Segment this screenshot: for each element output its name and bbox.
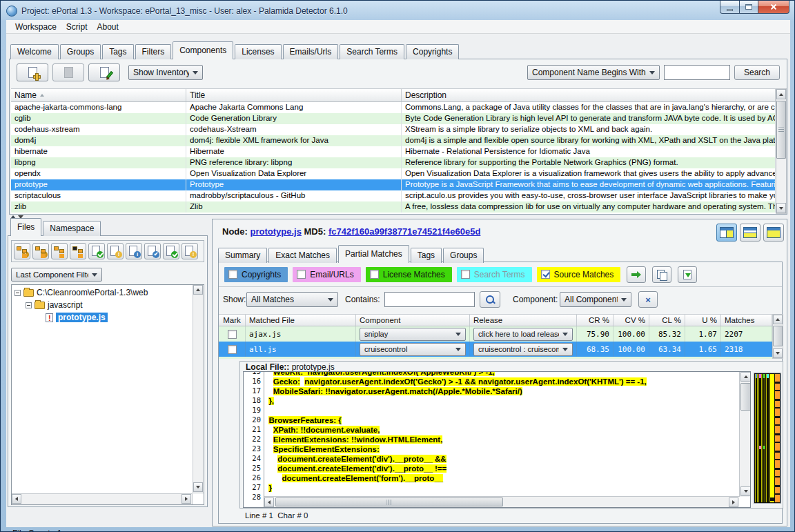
menu-about[interactable]: About — [92, 21, 124, 33]
column-header-description[interactable]: Description — [402, 89, 776, 101]
scroll-up-button[interactable] — [776, 89, 786, 99]
close-button[interactable] — [758, 1, 789, 14]
scroll-down-button[interactable] — [776, 203, 786, 213]
view-horizontal-button[interactable] — [740, 224, 760, 242]
column-header-title[interactable]: Title — [186, 89, 402, 101]
scroll-thumb[interactable] — [776, 101, 786, 159]
tab-search-terms[interactable]: Search Terms — [340, 44, 404, 59]
search-mode-dropdown[interactable]: Component Name Begins With — [527, 65, 660, 80]
match-row-all-js[interactable]: all.jscruisecontrolcruisecontrol : cruis… — [219, 342, 783, 357]
component-filter-dropdown[interactable]: Last Component Filter — [11, 268, 102, 282]
filter-chip-source-matches[interactable]: Source Matches — [537, 267, 621, 282]
component-row-libpng[interactable]: libpngPNG reference library: libpngRefer… — [11, 157, 776, 168]
delete-component-button[interactable] — [52, 63, 84, 81]
component-row-apache-jakarta-commons-lang[interactable]: apache-jakarta-commons-langApache Jakart… — [11, 102, 776, 113]
menu-workspace[interactable]: Workspace — [10, 21, 61, 33]
import-matches-button[interactable] — [678, 266, 697, 283]
mark-checkbox[interactable] — [228, 330, 237, 339]
tree-horizontal-scrollbar[interactable] — [12, 493, 193, 504]
code-area[interactable]: 1516171819202122232425262728 WebKit: nav… — [243, 371, 751, 508]
components-table-scrollbar[interactable] — [776, 88, 787, 214]
scroll-down-button[interactable] — [740, 486, 751, 496]
flag-file-button[interactable]: ! — [181, 243, 198, 259]
view-split-button[interactable] — [716, 224, 737, 242]
mark-checkbox[interactable] — [228, 345, 237, 354]
scroll-left-button[interactable] — [264, 497, 274, 507]
tab-welcome[interactable]: Welcome — [10, 44, 59, 59]
checkbox[interactable] — [297, 270, 306, 279]
column-header-release[interactable]: Release — [470, 315, 577, 326]
scroll-up-button[interactable] — [193, 285, 203, 295]
minimize-button[interactable] — [720, 1, 740, 14]
filter-chip-license-matches[interactable]: License Matches — [366, 267, 452, 282]
tab-namespace[interactable]: Namespace — [43, 221, 101, 236]
md5-value-link[interactable]: fc742f160a99f38771e74521f4e60e5d — [328, 226, 480, 237]
add-component-button[interactable] — [17, 63, 48, 81]
column-header-cl[interactable]: CL % — [649, 315, 685, 326]
tab-copyrights[interactable]: Copyrights — [406, 44, 459, 59]
component-row-scriptaculous[interactable]: scriptaculousmadrobby/scriptaculous - Gi… — [11, 190, 776, 201]
component-row-codehaus-xstream[interactable]: codehaus-xstreamcodehaus-XstreamXStream … — [11, 124, 776, 135]
match-search-button[interactable] — [480, 291, 500, 308]
maximize-button[interactable] — [740, 1, 758, 14]
tab-exact-matches[interactable]: Exact Matches — [268, 248, 337, 263]
column-header-cr[interactable]: CR % — [577, 315, 614, 326]
tree-item-prototype-js[interactable]: prototype.js — [12, 311, 193, 324]
tab-partial-matches[interactable]: Partial Matches — [338, 245, 409, 263]
show-dropdown[interactable]: All Matches — [246, 292, 338, 307]
collapse-all-button[interactable]: − — [32, 243, 49, 259]
collapse-branch-button[interactable] — [70, 243, 86, 259]
component-row-hibernate[interactable]: hibernateHibernateHibernate - Relational… — [11, 146, 776, 157]
view-full-button[interactable] — [763, 224, 784, 242]
filter-chip-search-terms[interactable]: Search Terms — [457, 267, 532, 282]
filter-chip-email-urls[interactable]: Email/URLs — [293, 267, 360, 282]
checkbox[interactable] — [228, 270, 237, 279]
tab-emails-urls[interactable]: Emails/Urls — [283, 44, 339, 59]
expand-all-button[interactable]: + — [14, 243, 30, 259]
component-row-prototype[interactable]: prototypePrototypePrototype is a JavaScr… — [11, 179, 776, 190]
checkbox[interactable] — [370, 270, 379, 279]
component-row-dom4j[interactable]: dom4jdom4j: flexible XML framework for J… — [11, 135, 776, 146]
tab-components[interactable]: Components — [173, 41, 233, 59]
contains-input[interactable] — [384, 292, 475, 307]
export-matches-button[interactable] — [627, 266, 646, 283]
show-inventory-dropdown[interactable]: Show Inventory — [128, 65, 203, 80]
component-search-input[interactable] — [664, 65, 730, 80]
expand-branch-button[interactable] — [51, 243, 68, 259]
tab-files[interactable]: Files — [10, 218, 41, 236]
code-vertical-scrollbar[interactable] — [739, 372, 751, 497]
menu-script[interactable]: Script — [61, 21, 92, 33]
release-dropdown[interactable]: click here to load release ... — [473, 328, 573, 341]
column-header-u[interactable]: U % — [685, 315, 721, 326]
tree-item-javascript[interactable]: javascript — [12, 299, 193, 311]
scroll-right-button[interactable] — [729, 497, 738, 507]
tree-item-c-cleanroom-eportal-1-3-web[interactable]: C:\Cleanroom\ePortal-1.3\web — [12, 286, 193, 299]
filter-chip-copyrights[interactable]: Copyrights — [224, 267, 288, 282]
component-release-dropdown[interactable]: cruisecontrol — [360, 343, 466, 356]
tree-vertical-scrollbar[interactable] — [193, 285, 204, 493]
edit-component-button[interactable] — [88, 63, 120, 81]
scroll-right-button[interactable] — [181, 494, 191, 504]
column-header-cv[interactable]: CV % — [614, 315, 649, 326]
matches-table-scrollbar[interactable] — [772, 314, 783, 359]
copy-matches-button[interactable] — [652, 266, 671, 283]
component-release-dropdown[interactable]: sniplay — [360, 328, 466, 341]
code-horizontal-scrollbar[interactable] — [264, 496, 739, 507]
tab-groups[interactable]: Groups — [60, 44, 101, 59]
scroll-down-button[interactable] — [193, 482, 203, 492]
mark-file-reviewed-button[interactable]: ✔ — [144, 243, 161, 259]
clear-filter-button[interactable]: × — [638, 291, 658, 308]
component-row-cglib[interactable]: cglibCode Generation LibraryByte Code Ge… — [11, 113, 776, 124]
expander-icon[interactable] — [26, 302, 32, 308]
tab-tags[interactable]: Tags — [102, 44, 133, 59]
component-dropdown[interactable]: All Components — [560, 292, 631, 307]
column-header-matched-file[interactable]: Matched File — [246, 315, 356, 326]
component-row-zlib[interactable]: zlibZlibA free, lossless data compressio… — [11, 201, 776, 213]
approve-file-button[interactable] — [163, 243, 179, 259]
column-header-name[interactable]: Name — [11, 89, 186, 101]
scroll-thumb[interactable] — [740, 383, 751, 411]
scroll-up-button[interactable] — [773, 315, 783, 324]
node-file-link[interactable]: prototype.js — [250, 226, 301, 237]
scroll-thumb[interactable] — [773, 326, 783, 346]
column-header-component[interactable]: Component — [356, 315, 470, 326]
